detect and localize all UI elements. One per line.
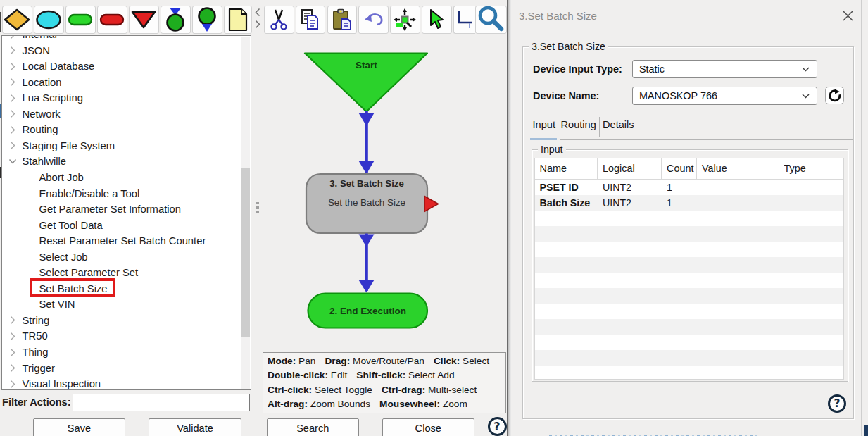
table-row-empty xyxy=(535,257,843,273)
tree-item-visual-inspection[interactable]: Visual Inspection xyxy=(4,376,241,390)
tree-item-stahlwille[interactable]: Stahlwille xyxy=(4,154,241,170)
route-mode-button[interactable] xyxy=(453,6,475,34)
tree-item-get-parameter-set-information[interactable]: Get Parameter Set Information xyxy=(4,201,241,218)
question-mark-icon: ? xyxy=(493,420,500,433)
toolbar-scroll-right[interactable] xyxy=(253,19,262,29)
filter-actions-input[interactable] xyxy=(73,394,250,411)
tab-routing[interactable]: Routing xyxy=(561,119,596,130)
tree-item-abort-job[interactable]: Abort Job xyxy=(4,170,241,186)
dialog-close-button[interactable] xyxy=(842,10,854,22)
triangle-node-button[interactable] xyxy=(129,6,159,34)
ellipse-icon xyxy=(35,9,62,30)
edge-arrowhead xyxy=(359,235,375,247)
close-button[interactable]: Close xyxy=(382,418,475,436)
tree-item-label: Trigger xyxy=(23,363,55,374)
active-tab-indicator xyxy=(530,138,558,141)
dialog-splitter[interactable] xyxy=(507,0,511,436)
tab-details[interactable]: Details xyxy=(603,119,634,130)
tree-item-set-vin[interactable]: Set VIN xyxy=(4,297,241,313)
close-button-label: Close xyxy=(415,423,441,434)
help-button[interactable]: ? xyxy=(828,394,846,413)
input-parameters-table: Name Logical Count Value Type PSET ID UI… xyxy=(534,158,844,380)
tab-input[interactable]: Input xyxy=(533,119,555,130)
copy-button[interactable] xyxy=(296,6,326,34)
legend-line: Ctrl-click: Select ToggleCtrl-drag: Mult… xyxy=(268,383,505,397)
start-node[interactable]: Start xyxy=(305,54,427,112)
legend-line: Alt-drag: Zoom BoundsMousewheel: Zoom xyxy=(268,397,505,411)
tree-item-thing[interactable]: Thing xyxy=(4,344,241,361)
edge-artifact xyxy=(0,12,1,32)
toolbar-scroll-left[interactable] xyxy=(253,7,262,17)
red-pill-node-button[interactable] xyxy=(97,6,127,34)
tree-item-routing[interactable]: Routing xyxy=(4,122,241,138)
tree-item-reset-parameter-set-batch-counter[interactable]: Reset Parameter Set Batch Counter xyxy=(4,233,241,249)
marker-in-node-button[interactable] xyxy=(161,6,191,34)
end-node-label: 2. End Execution xyxy=(329,306,406,316)
tree-item-network[interactable]: Network xyxy=(4,106,241,123)
edge-action-to-end[interactable] xyxy=(359,234,375,293)
tree-item-label: JSON xyxy=(23,45,50,56)
zoom-mode-button[interactable] xyxy=(475,6,507,34)
refresh-devices-button[interactable] xyxy=(825,87,844,104)
save-button[interactable]: Save xyxy=(33,418,125,436)
tree-item-string[interactable]: String xyxy=(4,313,241,329)
device-input-type-combobox[interactable]: Static xyxy=(632,60,817,78)
edge-start-to-action[interactable] xyxy=(359,111,375,174)
paste-button[interactable] xyxy=(327,6,358,34)
note-icon xyxy=(228,8,248,32)
green-pill-node-button[interactable] xyxy=(65,6,96,34)
tree-item-lua-scripting[interactable]: Lua Scripting xyxy=(4,90,241,106)
tree-item-label: Location xyxy=(23,77,62,88)
note-node-button[interactable] xyxy=(224,6,252,34)
tree-scrollbar-thumb[interactable] xyxy=(241,168,250,337)
select-mode-button[interactable] xyxy=(422,6,452,34)
tree-item-location[interactable]: Location xyxy=(4,74,241,90)
table-row-batch-size[interactable]: Batch Size UINT2 1 xyxy=(535,195,843,211)
tree-item-internal[interactable]: Internal xyxy=(4,35,241,42)
chevron-right-icon xyxy=(8,360,18,376)
edge-artifact xyxy=(0,167,1,178)
save-button-label: Save xyxy=(68,423,91,434)
tree-item-local-database[interactable]: Local Database xyxy=(4,58,241,75)
red-pill-icon xyxy=(99,13,125,26)
tree-item-label: Staging File System xyxy=(23,140,115,151)
diamond-node-button[interactable] xyxy=(2,6,32,34)
action-node-subtitle: Set the Batch Size xyxy=(328,197,405,208)
table-row-empty xyxy=(535,288,843,304)
chevron-right-icon xyxy=(8,74,18,90)
action-output-port[interactable] xyxy=(424,197,439,212)
tree-item-trigger[interactable]: Trigger xyxy=(4,360,241,376)
flowchart-canvas[interactable]: Start 3. Set Batch Size Set the Batch Si… xyxy=(252,34,507,351)
search-button[interactable]: Search xyxy=(267,418,360,436)
column-header-type: Type xyxy=(779,158,843,179)
actions-tree: Internal JSON Local Database Location Lu… xyxy=(1,35,251,390)
chevron-right-icon xyxy=(8,376,18,390)
help-button[interactable]: ? xyxy=(488,417,507,436)
undo-button[interactable] xyxy=(358,6,389,34)
tree-item-select-job[interactable]: Select Job xyxy=(4,249,241,265)
tree-item-set-batch-size[interactable]: Set Batch Size xyxy=(4,281,241,297)
validate-button[interactable]: Validate xyxy=(149,418,241,436)
move-mode-button[interactable] xyxy=(390,6,420,34)
column-header-name: Name xyxy=(535,158,598,179)
end-node[interactable]: 2. End Execution xyxy=(308,294,428,328)
device-name-combobox[interactable]: MANOSKOP 766 xyxy=(632,87,817,105)
tree-item-get-tool-data[interactable]: Get Tool Data xyxy=(4,217,241,233)
cut-button[interactable] xyxy=(264,6,294,34)
tree-item-tr50[interactable]: TR50 xyxy=(4,328,241,344)
chevron-right-icon xyxy=(8,328,18,344)
group-title: 3.Set Batch Size xyxy=(529,41,608,53)
action-node[interactable]: 3. Set Batch Size Set the Batch Size xyxy=(306,174,439,233)
tree-item-staging-file-system[interactable]: Staging File System xyxy=(4,138,241,154)
tree-scrollbar[interactable] xyxy=(241,37,250,390)
table-row-empty xyxy=(535,304,843,319)
table-row-pset-id[interactable]: PSET ID UINT2 1 xyxy=(535,180,843,195)
edge-arrowhead xyxy=(359,161,375,175)
diamond-icon xyxy=(4,8,30,31)
close-icon xyxy=(843,11,853,20)
tab-separator xyxy=(599,117,600,137)
tree-item-enable-disable-a-tool[interactable]: Enable/Disable a Tool xyxy=(4,185,241,201)
ellipse-node-button[interactable] xyxy=(34,6,64,34)
tree-item-json[interactable]: JSON xyxy=(4,42,241,58)
marker-out-node-button[interactable] xyxy=(192,6,222,34)
